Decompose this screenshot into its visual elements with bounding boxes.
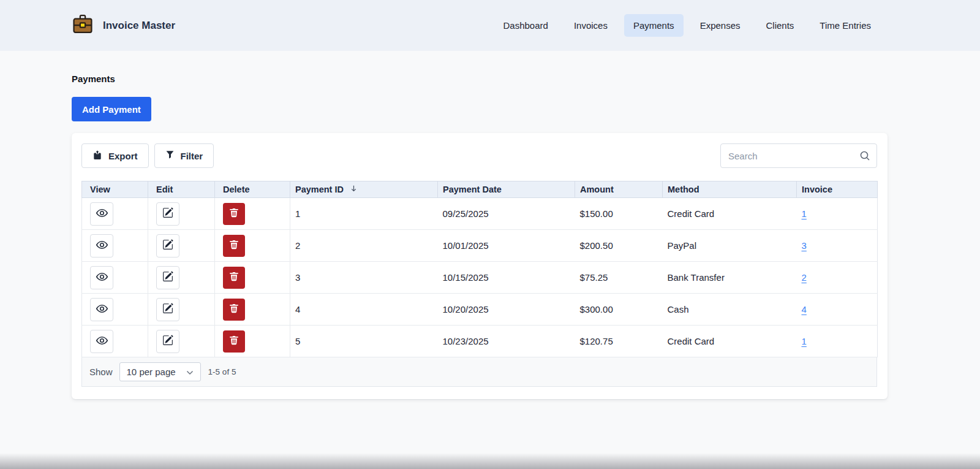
eye-icon [96, 207, 108, 221]
filter-button[interactable]: Filter [154, 143, 214, 168]
amount-cell: $300.00 [575, 294, 663, 326]
edit-button[interactable] [156, 234, 179, 257]
nav-item-time-entries[interactable]: Time Entries [810, 14, 880, 37]
payment-id-cell: 1 [290, 198, 438, 230]
delete-button[interactable] [223, 203, 245, 225]
table-row: 5 10/23/2025 $120.75 Credit Card 1 [82, 326, 878, 357]
header-payment-date[interactable]: Payment Date [438, 181, 575, 198]
page-size-select[interactable]: 10 per page [119, 362, 201, 381]
payment-id-cell: 3 [290, 262, 438, 294]
search-input[interactable] [720, 143, 877, 168]
payment-date-cell: 10/15/2025 [438, 262, 575, 294]
method-cell: Credit Card [663, 326, 797, 357]
pencil-square-icon [162, 239, 173, 252]
edit-button[interactable] [156, 298, 179, 321]
table-row: 1 09/25/2025 $150.00 Credit Card 1 [82, 198, 878, 230]
nav-item-invoices[interactable]: Invoices [565, 14, 617, 37]
method-cell: Cash [663, 294, 797, 326]
trash-icon [229, 272, 239, 283]
payment-id-cell: 4 [290, 294, 438, 326]
eye-icon [96, 302, 108, 317]
main-nav: Dashboard Invoices Payments Expenses Cli… [487, 14, 881, 37]
search-box [720, 143, 877, 168]
header-delete: Delete [215, 181, 290, 198]
table-row: 4 10/20/2025 $300.00 Cash 4 [82, 294, 878, 326]
method-cell: Credit Card [663, 198, 797, 230]
table-toolbar: Export Filter [81, 143, 877, 168]
invoice-link[interactable]: 2 [802, 272, 807, 283]
header-edit: Edit [148, 181, 215, 198]
method-cell: PayPal [663, 230, 797, 262]
payment-date-cell: 10/23/2025 [438, 326, 575, 357]
amount-cell: $200.50 [575, 230, 663, 262]
delete-button[interactable] [223, 330, 245, 353]
header-amount[interactable]: Amount [575, 181, 663, 198]
payments-table: View Edit Delete Payment ID Payment Date… [81, 181, 878, 357]
view-button[interactable] [90, 202, 113, 226]
trash-icon [229, 240, 239, 251]
payment-date-cell: 10/20/2025 [438, 294, 575, 326]
delete-button[interactable] [223, 267, 245, 289]
table-row: 2 10/01/2025 $200.50 PayPal 3 [82, 230, 878, 262]
trash-icon [229, 303, 239, 315]
view-button[interactable] [90, 266, 113, 289]
nav-item-expenses[interactable]: Expenses [691, 14, 750, 37]
invoice-link[interactable]: 3 [802, 240, 807, 251]
view-button[interactable] [90, 234, 113, 257]
table-row: 3 10/15/2025 $75.25 Bank Transfer 2 [82, 262, 878, 294]
pencil-square-icon [162, 335, 173, 348]
invoice-link[interactable]: 1 [802, 336, 807, 346]
edit-button[interactable] [156, 202, 179, 226]
edit-button[interactable] [156, 330, 179, 353]
pencil-square-icon [162, 207, 173, 220]
table-footer: Show 10 per page 1-5 of 5 [81, 357, 877, 387]
main-content: Payments Add Payment Export Filter [72, 74, 888, 399]
payment-date-cell: 09/25/2025 [438, 198, 575, 230]
show-label: Show [89, 367, 113, 377]
method-cell: Bank Transfer [663, 262, 797, 294]
invoice-link[interactable]: 4 [802, 304, 807, 315]
pencil-square-icon [162, 271, 173, 284]
header-invoice[interactable]: Invoice [797, 181, 878, 198]
amount-cell: $120.75 [575, 326, 663, 357]
sort-descending-icon [350, 185, 358, 194]
nav-item-dashboard[interactable]: Dashboard [494, 14, 557, 37]
amount-cell: $75.25 [575, 262, 663, 294]
top-navigation-bar: Invoice Master Dashboard Invoices Paymen… [0, 0, 980, 51]
filter-icon [165, 150, 175, 161]
export-button[interactable]: Export [81, 143, 149, 168]
table-header-row: View Edit Delete Payment ID Payment Date… [82, 181, 878, 198]
payments-card: Export Filter View [72, 133, 888, 399]
page-title: Payments [72, 74, 888, 84]
briefcase-logo-icon [72, 14, 94, 37]
eye-icon [96, 270, 108, 285]
delete-button[interactable] [223, 299, 245, 321]
app-title: Invoice Master [103, 20, 175, 32]
eye-icon [96, 238, 108, 253]
header-method[interactable]: Method [663, 181, 797, 198]
nav-item-payments[interactable]: Payments [624, 14, 684, 37]
payment-date-cell: 10/01/2025 [438, 230, 575, 262]
trash-icon [229, 208, 239, 219]
trash-icon [229, 335, 239, 347]
payment-id-cell: 2 [290, 230, 438, 262]
eye-icon [96, 334, 108, 349]
pagination-range: 1-5 of 5 [208, 367, 236, 376]
view-button[interactable] [90, 298, 113, 321]
payment-id-cell: 5 [290, 326, 438, 357]
nav-item-clients[interactable]: Clients [757, 14, 804, 37]
amount-cell: $150.00 [575, 198, 663, 230]
edit-button[interactable] [156, 266, 179, 289]
view-button[interactable] [90, 330, 113, 353]
add-payment-button[interactable]: Add Payment [72, 97, 151, 121]
app-brand: Invoice Master [72, 14, 175, 37]
window-bottom-shadow [0, 453, 980, 469]
header-payment-id[interactable]: Payment ID [290, 181, 438, 198]
export-icon [92, 150, 102, 162]
chevron-down-icon [186, 367, 194, 377]
delete-button[interactable] [223, 235, 245, 257]
pencil-square-icon [162, 303, 173, 316]
invoice-link[interactable]: 1 [802, 208, 807, 219]
header-view: View [82, 181, 148, 198]
